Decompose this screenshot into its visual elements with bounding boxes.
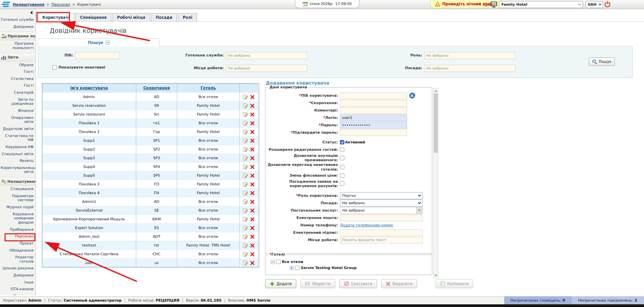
- sidebar-section-19[interactable]: Налаштування: [0, 177, 36, 186]
- delete-cross-icon[interactable]: [250, 165, 255, 169]
- table-row[interactable]: Expert SolutionESВсе отели: [42, 223, 259, 232]
- edit-icon[interactable]: [243, 112, 248, 117]
- table-row[interactable]: Servio reservationSRFamily Hotel: [42, 101, 259, 110]
- edit-icon[interactable]: [243, 129, 248, 135]
- edit-icon[interactable]: [243, 164, 248, 170]
- delete-cross-icon[interactable]: [250, 217, 255, 222]
- tab-2[interactable]: Робочі місця: [112, 13, 150, 21]
- table-row[interactable]: Покоївка 3П3Family Hotel: [42, 180, 259, 188]
- sidebar-item[interactable]: Готельні служби: [0, 16, 36, 24]
- position-select[interactable]: Не вибрано: [340, 200, 423, 207]
- table-row[interactable]: Покоївка 4П4Family Hotel: [42, 188, 259, 197]
- delete-cross-icon[interactable]: [250, 191, 255, 195]
- all-hotels-checkbox[interactable]: [276, 260, 281, 264]
- sidebar-item-active[interactable]: Персонал: [0, 233, 36, 240]
- collapse-minus-icon[interactable]: [106, 41, 110, 45]
- sidebar-item[interactable]: Гості: [0, 69, 36, 76]
- allow-guest-cancellation-checkbox[interactable]: [340, 156, 344, 160]
- sidebar-item[interactable]: Статистика: [0, 76, 36, 83]
- table-row[interactable]: ServioExternalSEВсе отели: [42, 206, 259, 215]
- servio-logo-icon[interactable]: [1, 1, 10, 8]
- hotel-group-checkbox[interactable]: [295, 266, 299, 270]
- sidebar-item[interactable]: Гості: [0, 82, 36, 89]
- delete-cross-icon[interactable]: [250, 95, 255, 99]
- fullname-field[interactable]: [340, 92, 407, 99]
- table-row[interactable]: Бронювання Корпоративний МодульБКМFamily…: [42, 215, 259, 223]
- translit-icon[interactable]: A: [409, 92, 415, 99]
- delete-cross-icon[interactable]: [250, 226, 255, 230]
- scroll-down-button[interactable]: [434, 273, 438, 278]
- sidebar-item[interactable]: Прибирання: [0, 226, 36, 233]
- show-inactive-checkbox[interactable]: [52, 65, 57, 70]
- sidebar-collapse-button[interactable]: [0, 9, 36, 16]
- sort-by-name-header[interactable]: Ім'я користувача: [70, 86, 108, 90]
- user-role-select[interactable]: Портьє: [340, 192, 423, 199]
- sidebar-item[interactable]: Оперативні звіти: [0, 115, 36, 126]
- table-row[interactable]: Supp2SP2Все отели: [42, 145, 259, 154]
- table-row[interactable]: Степаненко Наталія СергіївнаСНСВсе отели: [42, 250, 259, 258]
- delete-cross-icon[interactable]: [250, 208, 255, 213]
- workplace-input[interactable]: Не вибрано: [226, 65, 307, 72]
- edit-icon[interactable]: [243, 94, 248, 100]
- tab-1[interactable]: Сповіщення: [75, 13, 111, 21]
- tab-0-active[interactable]: Користувачі: [38, 13, 74, 22]
- sidebar-item[interactable]: Керування НФ: [0, 144, 36, 151]
- edit-icon[interactable]: [243, 243, 248, 248]
- delete-cross-icon[interactable]: [250, 156, 255, 161]
- delete-cross-icon[interactable]: [250, 252, 255, 257]
- sort-by-abbreviation-header[interactable]: Скорочення: [143, 86, 170, 90]
- edit-icon[interactable]: [243, 234, 248, 239]
- sort-by-hotel-header[interactable]: Готель: [201, 86, 216, 90]
- comments-field[interactable]: [340, 107, 407, 114]
- abbreviation-field[interactable]: [340, 100, 407, 106]
- invoice-adjustment-approval-checkbox[interactable]: [340, 181, 344, 186]
- sidebar-item[interactable]: Revenu: [0, 158, 36, 165]
- sidebar-item[interactable]: Журнал подій: [0, 204, 36, 211]
- tab-4[interactable]: Ролі: [178, 13, 197, 21]
- signature-field[interactable]: [340, 229, 423, 236]
- password-field[interactable]: •••••••••••••: [340, 122, 407, 129]
- unread-messages-counter[interactable]: Непрочитаних повідомлень:3: [571, 296, 644, 304]
- sidebar-section-4[interactable]: Звіти: [0, 53, 36, 62]
- edit-icon[interactable]: [243, 252, 248, 257]
- power-icon[interactable]: [604, 1, 611, 8]
- form-scrollbar[interactable]: [433, 88, 438, 278]
- login-field[interactable]: user1: [340, 115, 407, 121]
- edit-icon[interactable]: [243, 199, 248, 205]
- sidebar-item[interactable]: Обладнання: [0, 247, 36, 254]
- add-button[interactable]: Додати: [265, 279, 296, 288]
- scrollbar-thumb[interactable]: [434, 93, 438, 152]
- table-row[interactable]: Покоївка 1го1Все отели: [42, 119, 259, 127]
- table-row[interactable]: testtesttstFamily Hotel, TMS Hotel: [42, 241, 259, 250]
- role-input[interactable]: Не вибрано: [424, 52, 515, 59]
- sidebar-item[interactable]: Фінанси: [0, 107, 36, 115]
- table-row[interactable]: Supp3SP3Все отели: [42, 154, 259, 162]
- delete-cross-icon[interactable]: [250, 243, 255, 248]
- delete-cross-icon[interactable]: [250, 234, 255, 239]
- sidebar-item[interactable]: Редактор готелів: [0, 254, 36, 265]
- edit-icon[interactable]: [243, 121, 248, 126]
- edit-icon[interactable]: [243, 182, 248, 187]
- delete-cross-icon[interactable]: [250, 261, 255, 265]
- extended-guest-editing-checkbox[interactable]: [340, 147, 344, 152]
- edit-icon[interactable]: [243, 138, 248, 143]
- sidebar-section-2[interactable]: Програма лояльності: [0, 32, 36, 40]
- search-collapse-header[interactable]: Пошук: [38, 38, 159, 46]
- edit-icon[interactable]: [243, 147, 248, 152]
- delete-cross-icon[interactable]: [250, 147, 255, 152]
- delete-cross-icon[interactable]: [250, 173, 255, 178]
- breadcrumb-settings-link[interactable]: Налаштування: [13, 2, 44, 7]
- sidebar-item[interactable]: Санаторій: [0, 89, 36, 96]
- fixed-price-change-checkbox[interactable]: [340, 173, 344, 178]
- edit-icon[interactable]: [243, 190, 248, 196]
- sidebar-item[interactable]: Користувальницькі звіти: [0, 165, 36, 176]
- hotel-service-input[interactable]: Не вибрано: [226, 52, 307, 59]
- fullname-search-input[interactable]: [75, 52, 119, 59]
- tree-expand-icon[interactable]: [290, 266, 294, 270]
- status-checkbox[interactable]: [340, 140, 344, 144]
- sidebar-item[interactable]: ОТА-канали: [0, 286, 36, 293]
- sidebar-item[interactable]: Довідники: [0, 24, 36, 31]
- sidebar-item[interactable]: Цільові рахунки: [0, 265, 36, 272]
- sidebar-item[interactable]: Обране: [0, 62, 36, 69]
- table-row[interactable]: userusВсе отели: [42, 258, 259, 267]
